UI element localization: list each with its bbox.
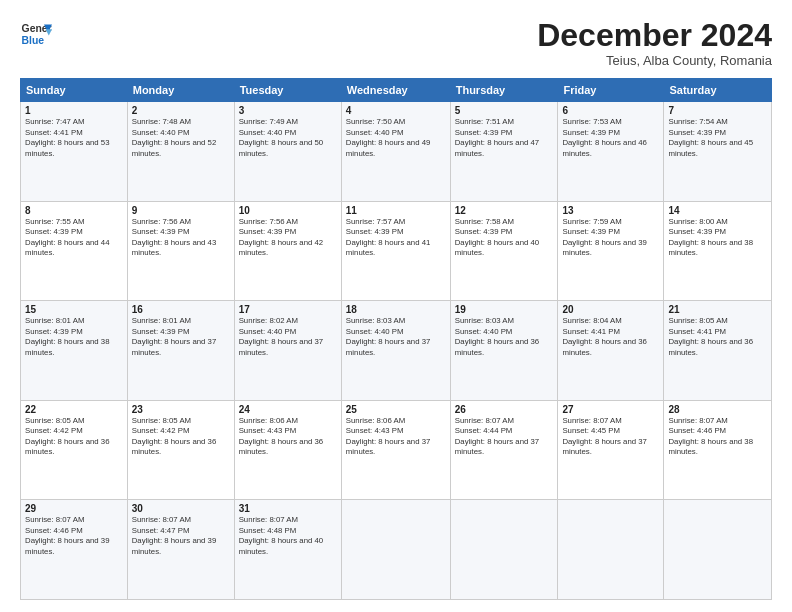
day-info: Sunrise: 8:00 AM Sunset: 4:39 PM Dayligh…	[668, 217, 767, 259]
day-info: Sunrise: 8:07 AM Sunset: 4:46 PM Dayligh…	[25, 515, 123, 557]
weekday-header-monday: Monday	[127, 79, 234, 102]
day-number: 13	[562, 205, 659, 216]
day-number: 25	[346, 404, 446, 415]
day-info: Sunrise: 8:01 AM Sunset: 4:39 PM Dayligh…	[25, 316, 123, 358]
day-info: Sunrise: 7:55 AM Sunset: 4:39 PM Dayligh…	[25, 217, 123, 259]
day-number: 11	[346, 205, 446, 216]
day-cell-6: 6Sunrise: 7:53 AM Sunset: 4:39 PM Daylig…	[558, 102, 664, 202]
day-number: 2	[132, 105, 230, 116]
day-cell-26: 26Sunrise: 8:07 AM Sunset: 4:44 PM Dayli…	[450, 400, 558, 500]
day-info: Sunrise: 7:51 AM Sunset: 4:39 PM Dayligh…	[455, 117, 554, 159]
day-info: Sunrise: 7:50 AM Sunset: 4:40 PM Dayligh…	[346, 117, 446, 159]
day-cell-9: 9Sunrise: 7:56 AM Sunset: 4:39 PM Daylig…	[127, 201, 234, 301]
day-cell-1: 1Sunrise: 7:47 AM Sunset: 4:41 PM Daylig…	[21, 102, 128, 202]
day-info: Sunrise: 7:49 AM Sunset: 4:40 PM Dayligh…	[239, 117, 337, 159]
day-cell-3: 3Sunrise: 7:49 AM Sunset: 4:40 PM Daylig…	[234, 102, 341, 202]
day-number: 30	[132, 503, 230, 514]
day-info: Sunrise: 8:03 AM Sunset: 4:40 PM Dayligh…	[346, 316, 446, 358]
main-title: December 2024	[537, 18, 772, 53]
day-cell-29: 29Sunrise: 8:07 AM Sunset: 4:46 PM Dayli…	[21, 500, 128, 600]
day-cell-27: 27Sunrise: 8:07 AM Sunset: 4:45 PM Dayli…	[558, 400, 664, 500]
day-info: Sunrise: 7:56 AM Sunset: 4:39 PM Dayligh…	[239, 217, 337, 259]
day-number: 6	[562, 105, 659, 116]
day-number: 10	[239, 205, 337, 216]
day-info: Sunrise: 8:07 AM Sunset: 4:45 PM Dayligh…	[562, 416, 659, 458]
empty-cell	[664, 500, 772, 600]
day-info: Sunrise: 8:05 AM Sunset: 4:42 PM Dayligh…	[25, 416, 123, 458]
day-cell-13: 13Sunrise: 7:59 AM Sunset: 4:39 PM Dayli…	[558, 201, 664, 301]
day-cell-5: 5Sunrise: 7:51 AM Sunset: 4:39 PM Daylig…	[450, 102, 558, 202]
day-info: Sunrise: 7:57 AM Sunset: 4:39 PM Dayligh…	[346, 217, 446, 259]
day-number: 12	[455, 205, 554, 216]
page: General Blue December 2024 Teius, Alba C…	[0, 0, 792, 612]
day-info: Sunrise: 7:47 AM Sunset: 4:41 PM Dayligh…	[25, 117, 123, 159]
day-number: 21	[668, 304, 767, 315]
day-number: 31	[239, 503, 337, 514]
day-cell-15: 15Sunrise: 8:01 AM Sunset: 4:39 PM Dayli…	[21, 301, 128, 401]
day-info: Sunrise: 8:05 AM Sunset: 4:42 PM Dayligh…	[132, 416, 230, 458]
day-number: 28	[668, 404, 767, 415]
day-info: Sunrise: 7:56 AM Sunset: 4:39 PM Dayligh…	[132, 217, 230, 259]
logo: General Blue	[20, 18, 52, 50]
day-number: 26	[455, 404, 554, 415]
day-cell-2: 2Sunrise: 7:48 AM Sunset: 4:40 PM Daylig…	[127, 102, 234, 202]
day-cell-28: 28Sunrise: 8:07 AM Sunset: 4:46 PM Dayli…	[664, 400, 772, 500]
day-cell-4: 4Sunrise: 7:50 AM Sunset: 4:40 PM Daylig…	[341, 102, 450, 202]
day-number: 22	[25, 404, 123, 415]
day-number: 4	[346, 105, 446, 116]
day-cell-22: 22Sunrise: 8:05 AM Sunset: 4:42 PM Dayli…	[21, 400, 128, 500]
day-number: 24	[239, 404, 337, 415]
day-cell-25: 25Sunrise: 8:06 AM Sunset: 4:43 PM Dayli…	[341, 400, 450, 500]
day-cell-14: 14Sunrise: 8:00 AM Sunset: 4:39 PM Dayli…	[664, 201, 772, 301]
day-info: Sunrise: 8:01 AM Sunset: 4:39 PM Dayligh…	[132, 316, 230, 358]
weekday-header-friday: Friday	[558, 79, 664, 102]
day-number: 23	[132, 404, 230, 415]
day-info: Sunrise: 8:06 AM Sunset: 4:43 PM Dayligh…	[346, 416, 446, 458]
day-info: Sunrise: 8:07 AM Sunset: 4:48 PM Dayligh…	[239, 515, 337, 557]
empty-cell	[341, 500, 450, 600]
subtitle: Teius, Alba County, Romania	[537, 53, 772, 68]
day-cell-7: 7Sunrise: 7:54 AM Sunset: 4:39 PM Daylig…	[664, 102, 772, 202]
day-cell-20: 20Sunrise: 8:04 AM Sunset: 4:41 PM Dayli…	[558, 301, 664, 401]
day-cell-31: 31Sunrise: 8:07 AM Sunset: 4:48 PM Dayli…	[234, 500, 341, 600]
day-cell-16: 16Sunrise: 8:01 AM Sunset: 4:39 PM Dayli…	[127, 301, 234, 401]
day-cell-17: 17Sunrise: 8:02 AM Sunset: 4:40 PM Dayli…	[234, 301, 341, 401]
day-number: 9	[132, 205, 230, 216]
title-block: December 2024 Teius, Alba County, Romani…	[537, 18, 772, 68]
day-number: 17	[239, 304, 337, 315]
day-cell-23: 23Sunrise: 8:05 AM Sunset: 4:42 PM Dayli…	[127, 400, 234, 500]
day-number: 14	[668, 205, 767, 216]
day-info: Sunrise: 7:58 AM Sunset: 4:39 PM Dayligh…	[455, 217, 554, 259]
day-number: 5	[455, 105, 554, 116]
day-number: 7	[668, 105, 767, 116]
day-info: Sunrise: 8:07 AM Sunset: 4:47 PM Dayligh…	[132, 515, 230, 557]
day-info: Sunrise: 7:53 AM Sunset: 4:39 PM Dayligh…	[562, 117, 659, 159]
day-cell-19: 19Sunrise: 8:03 AM Sunset: 4:40 PM Dayli…	[450, 301, 558, 401]
day-cell-30: 30Sunrise: 8:07 AM Sunset: 4:47 PM Dayli…	[127, 500, 234, 600]
day-number: 1	[25, 105, 123, 116]
day-cell-12: 12Sunrise: 7:58 AM Sunset: 4:39 PM Dayli…	[450, 201, 558, 301]
weekday-header-saturday: Saturday	[664, 79, 772, 102]
weekday-header-thursday: Thursday	[450, 79, 558, 102]
day-number: 8	[25, 205, 123, 216]
empty-cell	[558, 500, 664, 600]
day-info: Sunrise: 8:02 AM Sunset: 4:40 PM Dayligh…	[239, 316, 337, 358]
weekday-header-tuesday: Tuesday	[234, 79, 341, 102]
day-cell-18: 18Sunrise: 8:03 AM Sunset: 4:40 PM Dayli…	[341, 301, 450, 401]
day-info: Sunrise: 8:07 AM Sunset: 4:44 PM Dayligh…	[455, 416, 554, 458]
logo-icon: General Blue	[20, 18, 52, 50]
day-info: Sunrise: 7:59 AM Sunset: 4:39 PM Dayligh…	[562, 217, 659, 259]
day-info: Sunrise: 8:05 AM Sunset: 4:41 PM Dayligh…	[668, 316, 767, 358]
top-header: General Blue December 2024 Teius, Alba C…	[20, 18, 772, 68]
day-number: 16	[132, 304, 230, 315]
day-info: Sunrise: 8:04 AM Sunset: 4:41 PM Dayligh…	[562, 316, 659, 358]
day-number: 19	[455, 304, 554, 315]
day-info: Sunrise: 8:06 AM Sunset: 4:43 PM Dayligh…	[239, 416, 337, 458]
weekday-header-sunday: Sunday	[21, 79, 128, 102]
day-cell-8: 8Sunrise: 7:55 AM Sunset: 4:39 PM Daylig…	[21, 201, 128, 301]
day-number: 29	[25, 503, 123, 514]
calendar-table: SundayMondayTuesdayWednesdayThursdayFrid…	[20, 78, 772, 600]
empty-cell	[450, 500, 558, 600]
day-info: Sunrise: 7:48 AM Sunset: 4:40 PM Dayligh…	[132, 117, 230, 159]
svg-text:Blue: Blue	[22, 35, 45, 46]
